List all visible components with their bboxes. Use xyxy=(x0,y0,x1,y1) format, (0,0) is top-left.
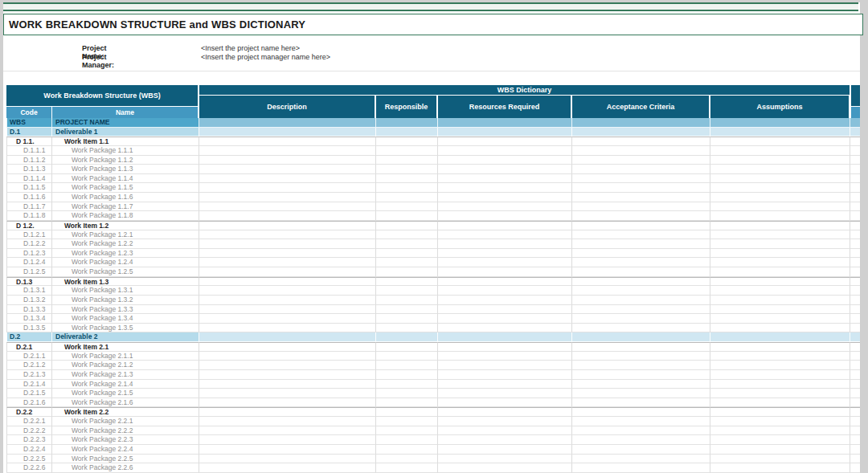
resources-required-cell[interactable] xyxy=(438,398,572,408)
clipped-cell[interactable] xyxy=(850,296,860,305)
name-cell[interactable]: Work Package 1.3.2 xyxy=(52,296,199,305)
assumptions-cell[interactable] xyxy=(710,249,850,259)
code-cell[interactable]: D.1.3 xyxy=(6,277,52,287)
assumptions-cell[interactable] xyxy=(710,389,850,398)
clipped-cell[interactable] xyxy=(850,258,860,267)
code-cell[interactable]: D.2.2.3 xyxy=(6,435,52,445)
clipped-cell[interactable] xyxy=(850,435,860,445)
acceptance-criteria-cell[interactable] xyxy=(572,249,710,259)
name-cell[interactable]: Work Package 2.2.6 xyxy=(52,463,199,473)
code-cell[interactable]: D.1.2.3 xyxy=(6,249,52,259)
acceptance-criteria-cell[interactable] xyxy=(572,211,710,221)
name-cell[interactable]: Work Package 1.3.4 xyxy=(52,314,199,324)
clipped-cell[interactable] xyxy=(850,174,860,184)
resources-required-cell[interactable] xyxy=(438,305,572,315)
responsible-cell[interactable] xyxy=(376,286,438,296)
name-cell[interactable]: Work Package 1.1.3 xyxy=(52,165,199,174)
name-cell[interactable]: Work Package 2.1.2 xyxy=(52,361,199,370)
code-cell[interactable]: D.1.2.2 xyxy=(6,239,52,249)
acceptance-criteria-cell[interactable] xyxy=(572,455,710,464)
responsible-cell[interactable] xyxy=(376,193,438,202)
description-cell[interactable] xyxy=(199,398,376,408)
description-cell[interactable] xyxy=(199,352,376,361)
acceptance-criteria-cell[interactable] xyxy=(572,352,710,361)
resources-required-cell[interactable] xyxy=(438,455,572,464)
name-cell[interactable]: Work Package 2.1.1 xyxy=(52,352,199,361)
resources-required-cell[interactable] xyxy=(438,324,572,333)
resources-required-cell[interactable] xyxy=(438,239,572,249)
resources-required-cell[interactable] xyxy=(438,277,572,287)
responsible-cell[interactable] xyxy=(376,324,438,333)
acceptance-criteria-cell[interactable] xyxy=(572,239,710,249)
responsible-cell[interactable] xyxy=(376,463,438,473)
resources-required-cell[interactable] xyxy=(438,146,572,156)
resources-required-cell[interactable] xyxy=(438,193,572,202)
name-cell[interactable]: Work Package 1.3.3 xyxy=(52,305,199,315)
acceptance-criteria-cell[interactable] xyxy=(572,221,710,230)
clipped-cell[interactable] xyxy=(850,370,860,380)
acceptance-criteria-cell[interactable] xyxy=(572,314,710,324)
name-cell[interactable]: Work Package 1.1.6 xyxy=(52,193,199,202)
description-cell[interactable] xyxy=(199,426,376,436)
description-cell[interactable] xyxy=(199,174,376,184)
resources-required-cell[interactable] xyxy=(438,342,572,352)
responsible-cell[interactable] xyxy=(376,380,438,389)
clipped-cell[interactable] xyxy=(850,463,860,473)
assumptions-cell[interactable] xyxy=(710,435,850,445)
assumptions-cell[interactable] xyxy=(710,174,850,184)
clipped-cell[interactable] xyxy=(850,455,860,464)
resources-required-cell[interactable] xyxy=(438,426,572,436)
acceptance-criteria-cell[interactable] xyxy=(572,165,710,174)
code-cell[interactable]: D.2.1.1 xyxy=(6,352,52,361)
acceptance-criteria-cell[interactable] xyxy=(572,174,710,184)
name-cell[interactable]: Work Package 2.1.4 xyxy=(52,380,199,389)
description-cell[interactable] xyxy=(199,118,376,128)
code-cell[interactable]: D.2.2.5 xyxy=(6,455,52,464)
assumptions-cell[interactable] xyxy=(710,398,850,408)
name-cell[interactable]: Work Package 1.2.1 xyxy=(52,230,199,240)
description-cell[interactable] xyxy=(199,267,376,277)
assumptions-cell[interactable] xyxy=(710,417,850,426)
clipped-cell[interactable] xyxy=(850,249,860,259)
responsible-cell[interactable] xyxy=(376,417,438,426)
acceptance-criteria-cell[interactable] xyxy=(572,332,710,342)
code-cell[interactable]: D.2.1.2 xyxy=(6,361,52,370)
clipped-cell[interactable] xyxy=(850,361,860,370)
clipped-cell[interactable] xyxy=(850,221,860,230)
clipped-cell[interactable] xyxy=(850,324,860,333)
assumptions-cell[interactable] xyxy=(710,193,850,202)
responsible-cell[interactable] xyxy=(376,455,438,464)
responsible-cell[interactable] xyxy=(376,398,438,408)
name-cell[interactable]: Work Package 2.2.5 xyxy=(52,455,199,464)
resources-required-cell[interactable] xyxy=(438,267,572,277)
description-cell[interactable] xyxy=(199,146,376,156)
assumptions-cell[interactable] xyxy=(710,286,850,296)
code-cell[interactable]: D.1.3.3 xyxy=(6,305,52,315)
name-cell[interactable]: Work Package 1.1.8 xyxy=(52,211,199,221)
code-cell[interactable]: D.2.1.6 xyxy=(6,398,52,408)
description-cell[interactable] xyxy=(199,296,376,305)
acceptance-criteria-cell[interactable] xyxy=(572,296,710,305)
name-cell[interactable]: Work Package 1.1.1 xyxy=(52,146,199,156)
acceptance-criteria-cell[interactable] xyxy=(572,258,710,267)
responsible-cell[interactable] xyxy=(376,183,438,193)
acceptance-criteria-cell[interactable] xyxy=(572,380,710,389)
acceptance-criteria-cell[interactable] xyxy=(572,146,710,156)
responsible-cell[interactable] xyxy=(376,230,438,240)
code-cell[interactable]: D.2.1.5 xyxy=(6,389,52,398)
acceptance-criteria-cell[interactable] xyxy=(572,183,710,193)
code-cell[interactable]: D.2.2.6 xyxy=(6,463,52,473)
resources-required-cell[interactable] xyxy=(438,258,572,267)
assumptions-cell[interactable] xyxy=(710,426,850,436)
acceptance-criteria-cell[interactable] xyxy=(572,137,710,146)
assumptions-cell[interactable] xyxy=(710,156,850,165)
acceptance-criteria-cell[interactable] xyxy=(572,426,710,436)
resources-required-cell[interactable] xyxy=(438,370,572,380)
description-cell[interactable] xyxy=(199,361,376,370)
code-cell[interactable]: D.2.1 xyxy=(6,342,52,352)
acceptance-criteria-cell[interactable] xyxy=(572,305,710,315)
description-cell[interactable] xyxy=(199,156,376,165)
resources-required-cell[interactable] xyxy=(438,249,572,259)
code-cell[interactable]: WBS xyxy=(6,118,52,128)
responsible-cell[interactable] xyxy=(376,221,438,230)
